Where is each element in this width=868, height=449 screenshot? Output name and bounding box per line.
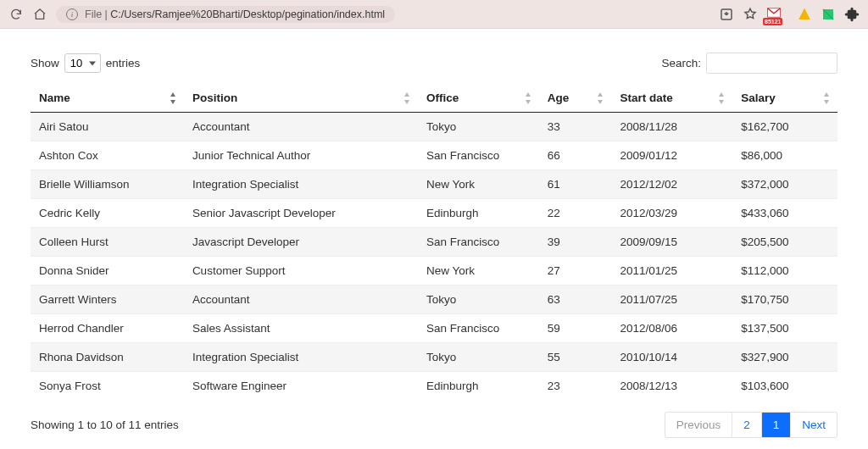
cell-age: 61 xyxy=(539,170,612,199)
sort-icon xyxy=(717,92,726,104)
cell-age: 23 xyxy=(539,372,612,401)
cell-start: 2008/11/28 xyxy=(611,113,732,141)
bookmark-star-icon[interactable] xyxy=(743,7,758,22)
table-row: Ashton CoxJunior Technical AuthorSan Fra… xyxy=(31,141,837,170)
cell-start: 2012/12/02 xyxy=(611,170,732,199)
cell-salary: $86,000 xyxy=(732,141,837,170)
cell-position: Customer Support xyxy=(184,257,418,285)
cell-position: Accountant xyxy=(184,285,418,314)
url-text: File | C:/Users/Ramjee%20Bharti/Desktop/… xyxy=(85,8,385,20)
cell-start: 2009/01/12 xyxy=(611,141,732,170)
extensions-puzzle-icon[interactable] xyxy=(844,7,860,22)
sort-icon xyxy=(403,92,411,104)
table-header-row: Name Position Office Age Start date Sala… xyxy=(31,84,837,113)
cell-start: 2011/07/25 xyxy=(611,285,732,314)
cell-start: 2008/12/13 xyxy=(611,372,732,401)
cell-name: Brielle Williamson xyxy=(31,170,184,199)
cell-age: 59 xyxy=(539,314,612,343)
site-info-icon[interactable]: i xyxy=(66,8,78,20)
col-startdate[interactable]: Start date xyxy=(611,84,732,113)
cell-salary: $327,900 xyxy=(732,343,837,372)
cell-position: Software Engineer xyxy=(184,372,418,401)
browser-toolbar: i File | C:/Users/Ramjee%20Bharti/Deskto… xyxy=(0,0,868,29)
cell-office: New York xyxy=(418,170,539,199)
cell-position: Sales Assistant xyxy=(184,314,418,343)
pager-page-1[interactable]: 1 xyxy=(761,413,791,437)
cell-position: Senior Javascript Developer xyxy=(184,199,418,228)
cell-age: 63 xyxy=(539,285,612,314)
col-age[interactable]: Age xyxy=(539,84,612,113)
cell-start: 2012/03/29 xyxy=(611,199,732,228)
table-row: Donna SniderCustomer SupportNew York2720… xyxy=(31,257,837,285)
cell-office: San Francisco xyxy=(418,228,539,257)
cell-position: Integration Specialist xyxy=(184,170,418,199)
address-bar[interactable]: i File | C:/Users/Ramjee%20Bharti/Deskto… xyxy=(56,6,395,23)
table-info: Showing 1 to 10 of 11 entries xyxy=(31,419,179,431)
cell-age: 22 xyxy=(539,199,612,228)
entries-label: entries xyxy=(106,57,141,69)
reload-button[interactable] xyxy=(8,7,24,22)
cell-name: Garrett Winters xyxy=(31,285,184,314)
home-button[interactable] xyxy=(32,7,47,22)
pager-page-2[interactable]: 2 xyxy=(732,413,761,437)
gmail-badge-count: 85121 xyxy=(763,18,782,25)
search-label: Search: xyxy=(661,57,701,69)
cell-salary: $433,060 xyxy=(732,199,837,228)
cell-age: 39 xyxy=(539,228,612,257)
search-input[interactable] xyxy=(706,53,837,74)
bell-icon[interactable] xyxy=(797,7,812,22)
cell-office: Tokyo xyxy=(418,343,539,372)
search-control: Search: xyxy=(661,53,837,74)
cell-start: 2011/01/25 xyxy=(611,257,732,285)
table-row: Brielle WilliamsonIntegration Specialist… xyxy=(31,170,837,199)
col-position[interactable]: Position xyxy=(184,84,418,113)
entries-select[interactable]: 10 xyxy=(64,53,101,73)
cell-age: 27 xyxy=(539,257,612,285)
table-row: Airi SatouAccountantTokyo332008/11/28$16… xyxy=(31,113,837,141)
cell-salary: $205,500 xyxy=(732,228,837,257)
cell-office: New York xyxy=(418,257,539,285)
cell-name: Airi Satou xyxy=(31,113,184,141)
cell-position: Integration Specialist xyxy=(184,343,418,372)
cell-name: Colleen Hurst xyxy=(31,228,184,257)
cell-name: Rhona Davidson xyxy=(31,343,184,372)
install-icon[interactable] xyxy=(719,7,734,22)
cell-salary: $137,500 xyxy=(732,314,837,343)
sort-icon xyxy=(596,92,604,104)
cell-salary: $170,750 xyxy=(732,285,837,314)
cell-office: Edinburgh xyxy=(418,199,539,228)
cell-name: Donna Snider xyxy=(31,257,184,285)
cell-salary: $112,000 xyxy=(732,257,837,285)
kite-extension-icon[interactable] xyxy=(821,7,836,22)
cell-office: San Francisco xyxy=(418,141,539,170)
col-name[interactable]: Name xyxy=(31,84,184,113)
table-row: Cedric KellySenior Javascript DeveloperE… xyxy=(31,199,837,228)
page-content: Show 10 entries Search: Name Position Of… xyxy=(0,29,868,449)
cell-start: 2010/10/14 xyxy=(611,343,732,372)
pager-previous[interactable]: Previous xyxy=(665,413,732,437)
col-salary[interactable]: Salary xyxy=(732,84,837,113)
cell-position: Javascript Developer xyxy=(184,228,418,257)
cell-age: 33 xyxy=(539,113,612,141)
gmail-extension-icon[interactable]: 85121 xyxy=(766,7,788,22)
sort-icon xyxy=(524,92,532,104)
table-row: Garrett WintersAccountantTokyo632011/07/… xyxy=(31,285,837,314)
cell-salary: $372,000 xyxy=(732,170,837,199)
show-label: Show xyxy=(31,57,59,69)
table-row: Herrod ChandlerSales AssistantSan Franci… xyxy=(31,314,837,343)
pagination: Previous 21Next xyxy=(665,412,837,438)
toolbar-right-icons: 85121 xyxy=(719,7,860,22)
data-table: Name Position Office Age Start date Sala… xyxy=(31,84,837,400)
cell-office: San Francisco xyxy=(418,314,539,343)
cell-name: Cedric Kelly xyxy=(31,199,184,228)
cell-start: 2009/09/15 xyxy=(611,228,732,257)
cell-position: Junior Technical Author xyxy=(184,141,418,170)
cell-office: Tokyo xyxy=(418,285,539,314)
sort-icon xyxy=(822,92,831,104)
pager-next[interactable]: Next xyxy=(790,413,837,437)
col-office[interactable]: Office xyxy=(418,84,539,113)
table-row: Colleen HurstJavascript DeveloperSan Fra… xyxy=(31,228,837,257)
table-row: Sonya FrostSoftware EngineerEdinburgh232… xyxy=(31,372,837,401)
cell-name: Sonya Frost xyxy=(31,372,184,401)
cell-age: 55 xyxy=(539,343,612,372)
